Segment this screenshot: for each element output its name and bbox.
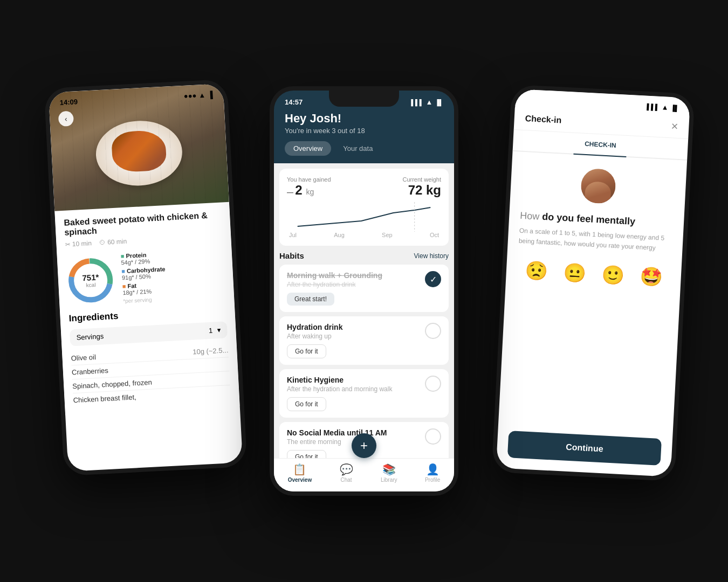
tab-your-data[interactable]: Your data (334, 141, 381, 156)
gained-label: You have gained (287, 176, 331, 183)
tab-overview[interactable]: Overview (285, 141, 331, 156)
current-value: 72 kg (402, 183, 441, 198)
top-tab-bar: Overview Your data (285, 141, 443, 156)
nav-icon-chat: 💬 (340, 463, 353, 476)
calorie-center: 751* kcal (82, 272, 99, 288)
phone-right-inner: ▌▌▌ ▲ ▐▌ Check-in × CHECK-IN (496, 89, 690, 477)
habit-check-0[interactable]: ✓ (425, 271, 441, 287)
habit-action-1[interactable]: Go for it (287, 344, 326, 358)
nav-item-profile[interactable]: 👤 Profile (425, 463, 440, 483)
weight-card: You have gained — 2 kg Current weight 72… (279, 169, 449, 246)
habit-card-1: Hydration drink After waking up Go for i… (279, 316, 449, 365)
center-time: 14:57 (285, 98, 303, 106)
carb-value: 91g* / 50% (122, 273, 151, 281)
right-status-icons: ▌▌▌ ▲ ▐▌ (647, 102, 679, 112)
continue-button[interactable]: Continue (507, 431, 662, 466)
protein-value: 54g* / 29% (121, 258, 150, 266)
habit-card-2: Kinetic Hygiene After the hydration and … (279, 369, 449, 418)
nav-label-overview: Overview (288, 477, 312, 483)
back-button[interactable]: ‹ (58, 111, 74, 127)
checkin-description: On a scale of 1 to 5, with 1 being low e… (518, 226, 672, 254)
phone-left: 14:09 ●●● ▲ ▐ ‹ Baked sweet pot (44, 79, 247, 476)
checkin-title: Check-in (525, 114, 561, 126)
gained-value: — 2 kg (287, 183, 331, 198)
habit-name-1: Hydration drink (287, 323, 342, 331)
scene: 14:09 ●●● ▲ ▐ ‹ Baked sweet pot (0, 0, 728, 582)
nav-icon-overview: 📋 (293, 463, 306, 476)
app-header: Hey Josh! You're in week 3 out of 18 Ove… (274, 109, 454, 163)
center-wifi-icon: ▲ (426, 98, 433, 106)
chart-labels: Jul Aug Sep Oct (287, 232, 441, 238)
habit-action-2[interactable]: Go for it (287, 397, 326, 411)
nav-label-chat: Chat (341, 477, 352, 483)
ingredients-title: Ingredients (68, 305, 226, 324)
current-weight-section: Current weight 72 kg (402, 176, 441, 198)
right-time (526, 96, 526, 104)
emoji-rating-row: 😟 😐 🙂 🤩 (517, 259, 671, 289)
nav-item-chat[interactable]: 💬 Chat (340, 463, 353, 483)
ingredients-section: Ingredients Servings 1 ▾ Olive oil 10g (… (68, 305, 231, 407)
chart-label-jul: Jul (289, 232, 297, 238)
nutrition-row: 751* kcal ■ Protein 54g* / 29% ■ Carbohy… (66, 247, 226, 307)
habit-card-0: Morning walk + Grounding After the hydra… (279, 265, 449, 312)
habit-row-1: Hydration drink After waking up (287, 323, 441, 340)
habit-action-0[interactable]: Great start! (287, 293, 334, 306)
per-serving: *per serving (123, 296, 167, 304)
chart-label-sep: Sep (382, 232, 393, 238)
bottom-nav: 📋 Overview 💬 Chat 📚 Library 👤 Profile (274, 458, 454, 491)
left-signal-icon: ●●● (183, 92, 196, 100)
emoji-2[interactable]: 😐 (562, 261, 586, 284)
habit-sub-0: After the hydration drink (287, 281, 382, 288)
view-history-btn[interactable]: View history (414, 252, 449, 260)
habits-title: Habits (279, 251, 304, 260)
phone-center: 14:57 ▌▌▌ ▲ ▐▌ Hey Josh! You're in week … (270, 86, 458, 496)
checkin-close-btn[interactable]: × (671, 120, 678, 133)
left-status-icons: ●●● ▲ ▐ (183, 91, 212, 100)
carb-row: ■ Carbohydrate 91g* / 50% (121, 266, 166, 281)
servings-dropdown-icon[interactable]: ▾ (217, 326, 221, 334)
calorie-value: 751* (82, 272, 99, 282)
emoji-3[interactable]: 🙂 (601, 264, 624, 286)
servings-row: Servings 1 ▾ (70, 321, 228, 346)
servings-label: Servings (76, 332, 104, 342)
habit-sub-1: After waking up (287, 332, 342, 340)
habit-check-3[interactable] (425, 428, 441, 445)
emoji-4[interactable]: 🤩 (639, 266, 663, 288)
habit-sub-2: After the hydration and morning walk (287, 385, 392, 393)
avatar-head (585, 181, 612, 204)
macro-list: ■ Protein 54g* / 29% ■ Carbohydrate 91g*… (121, 251, 167, 304)
protein-row: ■ Protein 54g* / 29% (121, 251, 165, 266)
checkin-tab-active[interactable]: CHECK-IN (573, 133, 628, 157)
checkin-avatar (580, 168, 616, 204)
fab-button[interactable]: + (352, 433, 376, 458)
phone-center-inner: 14:57 ▌▌▌ ▲ ▐▌ Hey Josh! You're in week … (274, 91, 454, 491)
habit-check-1[interactable] (425, 323, 441, 339)
weight-row: You have gained — 2 kg Current weight 72… (287, 176, 441, 198)
left-battery-icon: ▐ (208, 91, 213, 99)
habit-check-2[interactable] (425, 376, 441, 392)
recipe-cook-time: ⏲ 60 min (99, 238, 127, 247)
current-label: Current weight (402, 176, 441, 183)
avatar-face (580, 168, 616, 204)
right-wifi-icon: ▲ (661, 103, 669, 112)
checkin-body: How do you feel mentally On a scale of 1… (503, 151, 687, 349)
habit-name-2: Kinetic Hygiene (287, 376, 392, 384)
habit-info-2: Kinetic Hygiene After the hydration and … (287, 376, 392, 393)
center-signal-icon: ▌▌▌ (411, 99, 423, 106)
habit-info-1: Hydration drink After waking up (287, 323, 342, 340)
recipe-content: Baked sweet potato with chicken & spinac… (54, 202, 239, 415)
left-time: 14:09 (59, 98, 78, 107)
servings-control[interactable]: 1 ▾ (209, 326, 221, 335)
emoji-1[interactable]: 😟 (524, 260, 548, 282)
nav-item-library[interactable]: 📚 Library (381, 463, 397, 483)
servings-value: 1 (209, 327, 213, 335)
right-battery-icon: ▐▌ (670, 105, 679, 112)
calorie-ring: 751* kcal (66, 255, 115, 305)
right-signal-icon: ▌▌▌ (647, 103, 660, 110)
notch (329, 91, 399, 107)
chart-label-oct: Oct (430, 232, 439, 238)
weight-gained-section: You have gained — 2 kg (287, 176, 331, 198)
recipe-prep-time: ✂ 10 min (65, 239, 92, 248)
nav-icon-library: 📚 (382, 463, 396, 476)
nav-item-overview[interactable]: 📋 Overview (288, 463, 312, 483)
